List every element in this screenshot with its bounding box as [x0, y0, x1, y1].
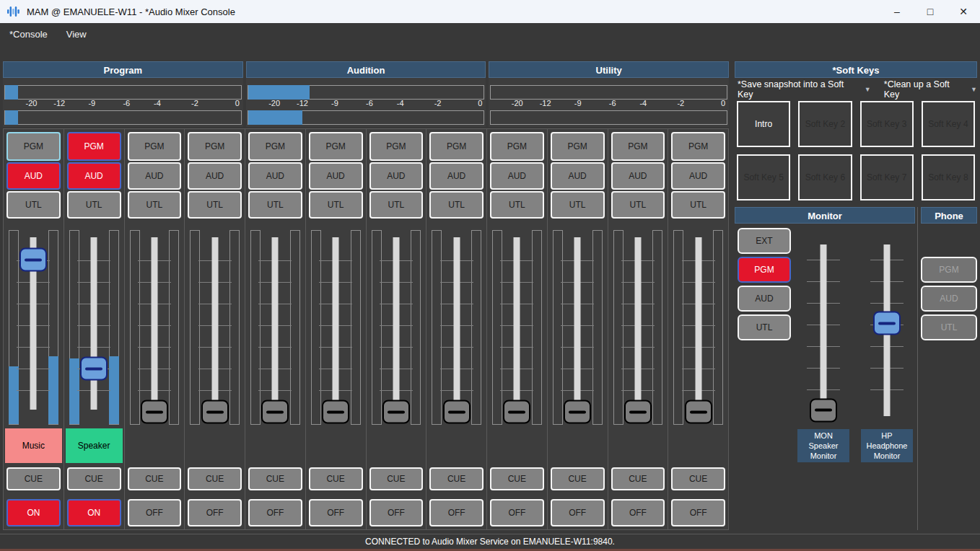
soft-key-button[interactable]: Soft Key 6	[798, 154, 852, 200]
fader-handle[interactable]	[810, 398, 837, 422]
channel-power-button[interactable]: OFF	[309, 499, 363, 526]
channel-pgm-button[interactable]: PGM	[490, 132, 544, 161]
channel-utl-button[interactable]: UTL	[551, 191, 605, 219]
channel-utl-button[interactable]: UTL	[248, 191, 302, 219]
monitor-aud-button[interactable]: AUD	[738, 286, 791, 312]
fader-handle[interactable]	[322, 400, 349, 424]
channel-aud-button[interactable]: AUD	[611, 162, 665, 190]
channel-power-button[interactable]: ON	[67, 499, 121, 526]
meter-fill	[9, 366, 19, 424]
channel-pgm-button[interactable]: PGM	[611, 132, 665, 161]
channel-power-button[interactable]: OFF	[188, 499, 242, 526]
channel-power-button[interactable]: OFF	[551, 499, 605, 526]
channel-aud-button[interactable]: AUD	[6, 162, 61, 190]
channel-utl-button[interactable]: UTL	[67, 191, 121, 219]
fader-handle[interactable]	[564, 400, 591, 424]
channel-cue-button[interactable]: CUE	[611, 467, 665, 490]
fader-handle[interactable]	[382, 400, 410, 424]
fader-handle[interactable]	[873, 312, 901, 335]
soft-key-button[interactable]: Soft Key 4	[922, 101, 975, 147]
fader-handle[interactable]	[201, 400, 229, 424]
channel-cue-button[interactable]: CUE	[369, 467, 424, 490]
channel-power-button[interactable]: OFF	[429, 499, 484, 526]
phone-pgm-button[interactable]: PGM	[921, 257, 977, 283]
channel-pgm-button[interactable]: PGM	[128, 132, 182, 161]
channel-cue-button[interactable]: CUE	[551, 467, 605, 490]
channel-power-button[interactable]: OFF	[128, 499, 182, 526]
channel-aud-button[interactable]: AUD	[67, 162, 121, 190]
channel-aud-button[interactable]: AUD	[128, 162, 182, 190]
channel-pgm-button[interactable]: PGM	[551, 132, 605, 161]
soft-key-button[interactable]: Soft Key 5	[737, 154, 790, 200]
channel-aud-button[interactable]: AUD	[188, 162, 242, 190]
channel-pgm-button[interactable]: PGM	[671, 132, 725, 161]
channel-pgm-button[interactable]: PGM	[188, 132, 242, 161]
channel-cue-button[interactable]: CUE	[490, 467, 544, 490]
fader-track	[514, 237, 520, 410]
channel-power-button[interactable]: OFF	[611, 499, 665, 526]
channel-power-button[interactable]: OFF	[248, 499, 302, 526]
channel-aud-button[interactable]: AUD	[429, 162, 484, 190]
channel-cue-button[interactable]: CUE	[67, 467, 121, 490]
fader-handle[interactable]	[685, 400, 712, 424]
channel-aud-button[interactable]: AUD	[551, 162, 605, 190]
monitor-ext-button[interactable]: EXT	[738, 228, 791, 254]
soft-key-button[interactable]: Soft Key 8	[922, 154, 975, 200]
monitor-pgm-button[interactable]: PGM	[738, 257, 791, 283]
monitor-utl-button[interactable]: UTL	[738, 314, 791, 340]
channel-cue-button[interactable]: CUE	[671, 467, 725, 490]
phone-utl-button[interactable]: UTL	[921, 314, 977, 340]
channel-utl-button[interactable]: UTL	[611, 191, 665, 219]
close-button[interactable]: ✕	[947, 0, 980, 23]
channel-power-button[interactable]: OFF	[671, 499, 725, 526]
channel-cue-button[interactable]: CUE	[309, 467, 363, 490]
channel-pgm-button[interactable]: PGM	[429, 132, 484, 161]
channel-aud-button[interactable]: AUD	[671, 162, 725, 190]
fader-handle-grip	[388, 410, 405, 413]
channel-power-button[interactable]: OFF	[369, 499, 424, 526]
chevron-down-icon: ▼	[971, 86, 977, 93]
channel-aud-button[interactable]: AUD	[369, 162, 424, 190]
fader-handle[interactable]	[19, 248, 47, 272]
channel-cue-button[interactable]: CUE	[429, 467, 484, 490]
channel-utl-button[interactable]: UTL	[309, 191, 363, 219]
channel-aud-button[interactable]: AUD	[248, 162, 302, 190]
channel-pgm-button[interactable]: PGM	[6, 132, 61, 161]
clean-softkey-dropdown[interactable]: *Clean up a Soft Key ▼	[884, 79, 977, 100]
maximize-button[interactable]: □	[914, 0, 947, 23]
channel-cue-button[interactable]: CUE	[128, 467, 182, 490]
minimize-button[interactable]: –	[880, 0, 914, 23]
soft-key-button[interactable]: Intro	[737, 101, 790, 147]
fader-handle[interactable]	[261, 400, 289, 424]
menu-item-console[interactable]: *Console	[0, 26, 57, 43]
channel-pgm-button[interactable]: PGM	[369, 132, 424, 161]
soft-key-button[interactable]: Soft Key 7	[860, 154, 914, 200]
fader-handle[interactable]	[80, 357, 108, 381]
fader-handle[interactable]	[624, 400, 652, 424]
channel-utl-button[interactable]: UTL	[128, 191, 182, 219]
channel-power-button[interactable]: OFF	[490, 499, 544, 526]
phone-aud-button[interactable]: AUD	[921, 286, 977, 312]
channel-utl-button[interactable]: UTL	[369, 191, 424, 219]
save-snapshot-dropdown[interactable]: *Save snapshot into a Soft Key ▼	[738, 79, 871, 100]
channel-pgm-button[interactable]: PGM	[248, 132, 302, 161]
menu-item-view[interactable]: View	[57, 26, 96, 43]
channel-utl-button[interactable]: UTL	[490, 191, 544, 219]
soft-key-button[interactable]: Soft Key 2	[798, 101, 852, 147]
channel-utl-button[interactable]: UTL	[188, 191, 242, 219]
channel-power-button[interactable]: ON	[6, 499, 61, 526]
channel-cue-button[interactable]: CUE	[6, 467, 61, 490]
fader-handle[interactable]	[503, 400, 530, 424]
channel-aud-button[interactable]: AUD	[490, 162, 544, 190]
fader-handle[interactable]	[141, 400, 168, 424]
channel-cue-button[interactable]: CUE	[188, 467, 242, 490]
channel-utl-button[interactable]: UTL	[429, 191, 484, 219]
channel-aud-button[interactable]: AUD	[309, 162, 363, 190]
channel-pgm-button[interactable]: PGM	[309, 132, 363, 161]
channel-cue-button[interactable]: CUE	[248, 467, 302, 490]
channel-pgm-button[interactable]: PGM	[67, 132, 121, 161]
channel-utl-button[interactable]: UTL	[671, 191, 725, 219]
fader-handle[interactable]	[443, 400, 471, 424]
channel-utl-button[interactable]: UTL	[6, 191, 61, 219]
soft-key-button[interactable]: Soft Key 3	[860, 101, 914, 147]
